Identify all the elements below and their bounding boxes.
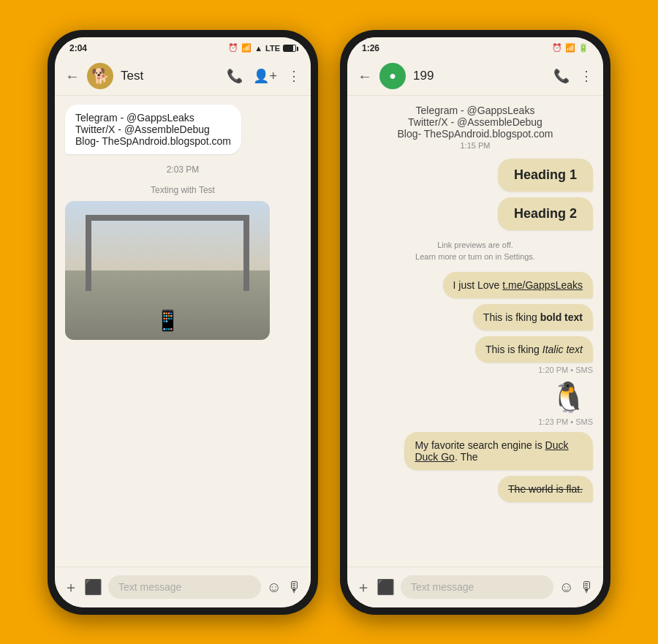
link-preview-notice: Link previews are off. Learn more or tur… [358,239,593,263]
bold-text: bold text [540,311,583,323]
sent-bold-message: This is fking bold text [473,304,593,330]
app-bar-right: ← ● 199 📞 ⋮ [347,58,603,96]
battery-icon [283,45,296,52]
signal-icon-r: ⏰ [552,43,562,53]
add-person-button-left[interactable]: 👤+ [253,68,277,84]
status-bar-left: 2:04 ⏰ 📶 ▲ LTE [55,37,311,58]
texting-label: Texting with Test [65,185,300,195]
sent-link-message: I just Love t.me/GappsLeaks [443,272,593,298]
wifi-icon: ▲ [254,44,262,53]
data-icon: LTE [265,44,280,53]
more-button-left[interactable]: ⋮ [287,68,300,84]
add-icon-right[interactable]: ＋ [356,577,371,597]
sms-timestamp-1: 1:20 PM • SMS [538,365,593,374]
audio-icon-left[interactable]: 🎙 [287,579,302,596]
sent-strikethrough-message: The world is flat. [498,476,593,502]
sent-paragraph-message: My favorite search engine is Duck Duck G… [404,432,593,470]
signal-icon: 📶 [241,43,252,53]
sent-italic-message: This is fking Italic text [475,336,593,363]
input-placeholder-left: Text message [118,581,181,593]
wifi-icon-r: 📶 [565,43,575,53]
gappsleaks-link[interactable]: t.me/GappsLeaks [502,279,583,291]
message-received-1: Telegram - @GappsLeaksTwitter/X - @Assem… [65,105,241,154]
avatar-right: ● [379,63,406,89]
hand-with-phone: 📱 [155,308,181,333]
chat-area-right: Telegram - @GappsLeaksTwitter/X - @Assem… [347,96,603,567]
italic-text: Italic text [542,344,583,355]
input-bar-right: ＋ ⬛ Text message ☺ 🎙 [347,567,603,607]
heading-2-bubble: Heading 2 [498,197,593,230]
sticker-icon-left[interactable]: ⬛ [84,578,102,596]
bridge-image: 📱 [65,201,270,340]
status-icons-left: ⏰ 📶 ▲ LTE [228,43,296,53]
avatar-left: 🐕 [87,63,113,89]
call-button-left[interactable]: 📞 [227,68,243,84]
message-input-left[interactable]: Text message [108,575,261,599]
sms-timestamp-2: 1:23 PM • SMS [538,417,593,426]
input-placeholder-right: Text message [411,581,474,593]
bridge-structure [86,215,249,292]
status-icons-right: ⏰ 📶 🔋 [552,43,589,53]
audio-icon-right[interactable]: 🎙 [580,579,594,596]
received-text-block: Telegram - @GappsLeaksTwitter/X - @Assem… [398,105,553,150]
input-bar-left: ＋ ⬛ Text message ☺ 🎙 [55,567,311,607]
message-input-right[interactable]: Text message [401,575,553,599]
tux-penguin: 🐧 [551,380,593,414]
status-time-right: 1:26 [362,43,379,53]
received-time: 1:15 PM [398,141,553,150]
contact-name-left: Test [121,69,219,83]
more-button-right[interactable]: ⋮ [580,68,593,84]
app-bar-left: ← 🐕 Test 📞 👤+ ⋮ [55,58,311,96]
right-phone: 1:26 ⏰ 📶 🔋 ← ● 199 📞 ⋮ Telegram - @Gapps… [340,30,610,615]
timestamp-center-1: 2:03 PM [65,164,300,175]
call-button-right[interactable]: 📞 [553,68,570,84]
emoji-icon-left[interactable]: ☺ [267,579,281,596]
back-button-left[interactable]: ← [65,68,80,85]
add-icon-left[interactable]: ＋ [64,577,78,597]
app-bar-actions-right: 📞 ⋮ [553,68,593,84]
back-button-right[interactable]: ← [358,68,372,85]
duck-duck-go-link[interactable]: Duck Duck Go [415,439,568,463]
contact-name-right: 199 [413,69,546,83]
left-phone: 2:04 ⏰ 📶 ▲ LTE ← 🐕 Test 📞 👤+ ⋮ Telegra [48,30,318,615]
alarm-icon: ⏰ [228,43,238,53]
heading-1-bubble: Heading 1 [498,159,593,192]
chat-area-left: Telegram - @GappsLeaksTwitter/X - @Assem… [55,96,311,567]
status-time-left: 2:04 [69,43,87,53]
emoji-icon-right[interactable]: ☺ [559,579,574,596]
status-bar-right: 1:26 ⏰ 📶 🔋 [347,37,603,58]
sticker-icon-right[interactable]: ⬛ [377,578,395,596]
app-bar-actions-left: 📞 👤+ ⋮ [227,68,300,84]
battery-icon-r: 🔋 [578,43,589,53]
message-text-1: Telegram - @GappsLeaksTwitter/X - @Assem… [75,112,231,147]
